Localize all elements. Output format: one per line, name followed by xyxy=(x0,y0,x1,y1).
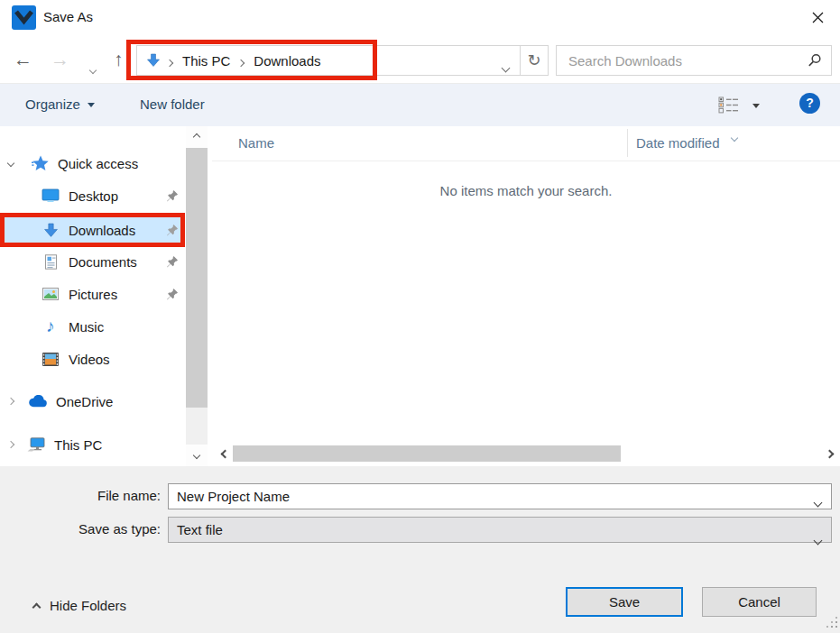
dialog-body: Quick access Desktop Downloads xyxy=(0,126,840,466)
sidebar-item-pictures[interactable]: Pictures xyxy=(5,281,180,307)
sidebar-item-videos[interactable]: Videos xyxy=(5,346,180,372)
address-bar[interactable]: This PC Downloads xyxy=(136,45,521,76)
file-name-dropdown-chevron-icon[interactable] xyxy=(815,493,821,509)
sidebar-item-label: Videos xyxy=(69,352,110,367)
pin-icon xyxy=(166,288,179,300)
save-as-dialog: Save As ← → ↑ This PC Downloads ↻ xyxy=(0,0,840,633)
file-name-input[interactable] xyxy=(169,484,800,509)
file-name-combobox xyxy=(168,483,832,509)
collapse-chevron-icon xyxy=(33,598,40,613)
breadcrumb-separator-icon xyxy=(167,53,172,69)
sidebar-item-label: Desktop xyxy=(69,188,118,204)
window-title: Save As xyxy=(43,9,93,24)
organize-button[interactable]: Organize xyxy=(25,96,95,112)
address-dropdown-chevron-icon[interactable] xyxy=(503,59,509,74)
scrollbar-thumb[interactable] xyxy=(233,445,621,462)
sidebar-item-onedrive[interactable]: OneDrive xyxy=(0,389,185,414)
scrollbar-thumb[interactable] xyxy=(186,148,208,408)
sidebar-item-downloads[interactable]: Downloads xyxy=(5,217,180,243)
this-pc-icon xyxy=(26,437,46,453)
sidebar-item-label: OneDrive xyxy=(56,394,113,409)
sidebar-item-label: Music xyxy=(69,319,104,335)
refresh-button[interactable]: ↻ xyxy=(520,45,549,76)
sidebar-scrollbar[interactable] xyxy=(186,126,208,466)
sidebar-item-music[interactable]: ♪ Music xyxy=(5,314,180,339)
scroll-down-button[interactable] xyxy=(186,445,208,466)
organize-dropdown-icon xyxy=(88,103,95,107)
sidebar-item-quick-access[interactable]: Quick access xyxy=(0,151,185,176)
expander-down-icon[interactable] xyxy=(8,161,19,166)
onedrive-icon xyxy=(28,395,48,408)
title-bar: Save As xyxy=(0,0,840,36)
close-icon xyxy=(812,12,824,26)
up-button[interactable]: ↑ xyxy=(114,46,124,73)
scroll-up-button[interactable] xyxy=(186,126,208,148)
save-as-type-label: Save as type: xyxy=(0,521,161,537)
downloads-location-icon xyxy=(146,53,161,68)
column-header-name[interactable]: Name xyxy=(238,135,274,151)
pictures-icon xyxy=(41,288,60,300)
save-as-type-dropdown[interactable]: Text file xyxy=(168,517,832,543)
column-divider[interactable] xyxy=(627,129,628,157)
dialog-footer: File name: Save as type: Text file Hide … xyxy=(0,466,840,633)
downloads-icon xyxy=(41,223,60,238)
header-divider xyxy=(212,161,840,161)
command-toolbar: Organize New folder ? xyxy=(0,83,840,126)
desktop-icon xyxy=(41,188,60,203)
videos-icon xyxy=(41,353,60,366)
expander-right-icon[interactable] xyxy=(8,442,19,447)
horizontal-scrollbar[interactable] xyxy=(212,444,840,463)
sidebar-item-desktop[interactable]: Desktop xyxy=(5,183,180,208)
sidebar-item-label: This PC xyxy=(54,437,102,453)
empty-list-message: No items match your search. xyxy=(212,183,840,198)
view-options-chevron-icon[interactable] xyxy=(752,104,760,108)
hide-folders-label: Hide Folders xyxy=(50,598,126,613)
quick-access-star-icon xyxy=(30,155,50,171)
recent-locations-chevron-icon[interactable] xyxy=(90,60,96,76)
breadcrumb-this-pc[interactable]: This PC xyxy=(180,53,232,69)
sort-chevron-icon[interactable] xyxy=(732,128,737,143)
scroll-left-button[interactable] xyxy=(217,446,232,461)
cancel-button[interactable]: Cancel xyxy=(702,587,817,617)
pin-icon xyxy=(166,224,179,236)
sidebar-item-documents[interactable]: Documents xyxy=(5,249,180,274)
breadcrumb-downloads[interactable]: Downloads xyxy=(252,53,322,69)
details-view-icon[interactable] xyxy=(718,96,740,116)
column-header-date-modified[interactable]: Date modified xyxy=(636,135,720,151)
app-logo-icon xyxy=(12,5,36,30)
search-icon[interactable] xyxy=(807,53,822,71)
breadcrumb-separator-icon xyxy=(238,53,244,69)
expander-right-icon[interactable] xyxy=(8,399,19,404)
resize-grip[interactable] xyxy=(826,616,838,631)
documents-icon xyxy=(41,254,60,270)
music-icon: ♪ xyxy=(41,316,60,336)
file-name-label: File name: xyxy=(0,488,161,503)
navigation-bar: ← → ↑ This PC Downloads ↻ xyxy=(0,36,840,83)
save-as-type-chevron-icon[interactable] xyxy=(815,527,821,551)
sidebar-item-label: Downloads xyxy=(69,223,135,238)
sidebar-item-label: Documents xyxy=(69,254,137,270)
scroll-right-button[interactable] xyxy=(822,446,836,461)
sidebar-item-label: Quick access xyxy=(58,156,138,171)
sidebar-item-this-pc[interactable]: This PC xyxy=(0,432,185,457)
pin-icon xyxy=(166,255,179,268)
back-button[interactable]: ← xyxy=(14,46,32,73)
save-as-type-value: Text file xyxy=(177,522,223,537)
forward-button[interactable]: → xyxy=(51,46,69,73)
close-button[interactable] xyxy=(804,7,831,31)
pin-icon xyxy=(166,189,179,202)
new-folder-button[interactable]: New folder xyxy=(140,96,205,112)
search-box xyxy=(556,45,832,76)
save-button[interactable]: Save xyxy=(566,587,683,617)
help-button[interactable]: ? xyxy=(799,93,820,114)
search-input[interactable] xyxy=(557,46,798,75)
file-list-panel: Name Date modified No items match your s… xyxy=(212,126,840,466)
sidebar-item-label: Pictures xyxy=(69,287,117,302)
hide-folders-button[interactable]: Hide Folders xyxy=(33,598,126,613)
